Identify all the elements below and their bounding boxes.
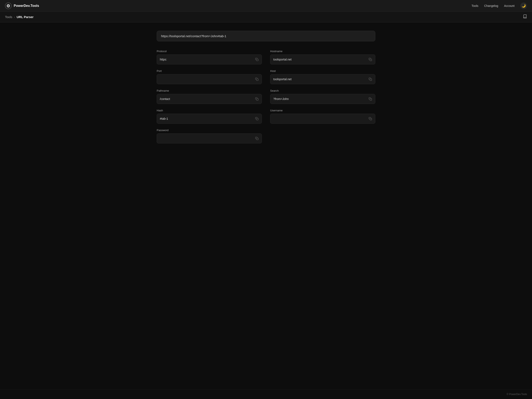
field-group-host: Host: [270, 70, 375, 84]
breadcrumb: Tools › URL Parser: [5, 15, 33, 19]
field-group-port: Port: [157, 70, 262, 84]
copy-button-pathname[interactable]: [254, 96, 259, 101]
breadcrumb-separator: ›: [14, 15, 15, 19]
field-group-hostname: Hostname: [270, 50, 375, 64]
fields-grid: Protocol Hostname Port Host Pathname Sea…: [157, 50, 375, 143]
navbar-right: Tools Changelog Account 🌙: [472, 2, 527, 9]
field-input-username[interactable]: [270, 114, 375, 124]
field-label-protocol: Protocol: [157, 50, 262, 53]
field-input-protocol[interactable]: [157, 54, 262, 64]
svg-rect-9: [370, 118, 372, 120]
svg-rect-4: [256, 79, 258, 81]
field-group-hash: Hash: [157, 109, 262, 124]
svg-rect-5: [370, 79, 372, 81]
field-input-port[interactable]: [157, 74, 262, 84]
main-content: Protocol Hostname Port Host Pathname Sea…: [152, 22, 380, 389]
field-input-search[interactable]: [270, 94, 375, 104]
field-label-hash: Hash: [157, 109, 262, 112]
field-label-pathname: Pathname: [157, 89, 262, 92]
field-group-password: Password: [157, 129, 262, 143]
field-label-search: Search: [270, 89, 375, 92]
field-input-wrapper-hash: [157, 114, 262, 124]
field-input-wrapper-host: [270, 74, 375, 84]
field-label-host: Host: [270, 70, 375, 73]
copy-button-port[interactable]: [254, 77, 259, 82]
footer: © PowerDev.Tools: [0, 389, 532, 399]
field-group-search: Search: [270, 89, 375, 104]
field-label-hostname: Hostname: [270, 50, 375, 53]
field-input-wrapper-pathname: [157, 94, 262, 104]
field-input-wrapper-port: [157, 74, 262, 84]
copy-button-password[interactable]: [254, 136, 259, 141]
field-input-password[interactable]: [157, 133, 262, 143]
copy-button-search[interactable]: [368, 96, 373, 101]
navbar: PowerDev.Tools Tools Changelog Account 🌙: [0, 0, 532, 12]
docs-icon[interactable]: [523, 14, 527, 19]
url-input[interactable]: [157, 31, 375, 41]
field-label-password: Password: [157, 129, 262, 132]
field-group-pathname: Pathname: [157, 89, 262, 104]
field-input-wrapper-protocol: [157, 54, 262, 64]
breadcrumb-root[interactable]: Tools: [5, 15, 12, 19]
field-group-protocol: Protocol: [157, 50, 262, 64]
field-input-hash[interactable]: [157, 114, 262, 124]
brand-name: PowerDev.Tools: [14, 4, 39, 8]
svg-rect-3: [370, 59, 372, 61]
svg-rect-2: [256, 59, 258, 61]
copy-button-protocol[interactable]: [254, 57, 259, 62]
breadcrumb-bar: Tools › URL Parser: [0, 12, 532, 22]
account-nav-link[interactable]: Account: [504, 4, 514, 7]
copy-button-username[interactable]: [368, 116, 373, 121]
theme-toggle-button[interactable]: 🌙: [520, 2, 527, 9]
navbar-left: PowerDev.Tools: [5, 2, 39, 9]
svg-rect-6: [256, 99, 258, 100]
copy-button-host[interactable]: [368, 77, 373, 82]
url-input-container: [157, 31, 375, 41]
svg-rect-8: [256, 118, 258, 120]
svg-rect-7: [370, 99, 372, 100]
svg-rect-10: [256, 138, 258, 140]
changelog-nav-link[interactable]: Changelog: [484, 4, 498, 7]
field-label-port: Port: [157, 70, 262, 73]
field-input-wrapper-search: [270, 94, 375, 104]
logo-icon: [5, 2, 12, 9]
field-input-wrapper-password: [157, 133, 262, 143]
field-input-hostname[interactable]: [270, 54, 375, 64]
copy-button-hostname[interactable]: [368, 57, 373, 62]
tools-nav-link[interactable]: Tools: [472, 4, 478, 7]
field-input-pathname[interactable]: [157, 94, 262, 104]
field-input-host[interactable]: [270, 74, 375, 84]
field-group-username: Username: [270, 109, 375, 124]
copy-button-hash[interactable]: [254, 116, 259, 121]
field-label-username: Username: [270, 109, 375, 112]
breadcrumb-current: URL Parser: [17, 15, 33, 19]
field-input-wrapper-hostname: [270, 54, 375, 64]
copyright-text: © PowerDev.Tools: [507, 393, 527, 396]
field-input-wrapper-username: [270, 114, 375, 124]
